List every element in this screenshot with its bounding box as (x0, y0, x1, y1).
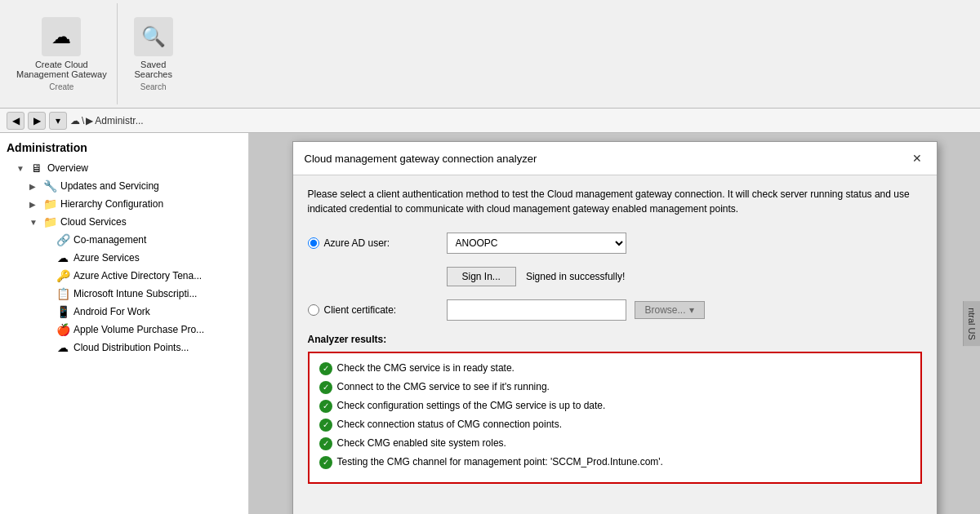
client-cert-radio[interactable] (308, 304, 319, 316)
sign-in-button[interactable]: Sign In... (447, 267, 516, 286)
expand-overview: ▼ (16, 164, 26, 173)
result-item-3: ✓ Check configuration settings of the CM… (319, 399, 911, 413)
sidebar-item-updates[interactable]: ▶ 🔧 Updates and Servicing (0, 177, 248, 195)
result-text-3: Check configuration settings of the CMG … (337, 399, 606, 413)
result-text-2: Connect to the CMG service to see if it'… (337, 380, 550, 394)
check-icon-6: ✓ (319, 456, 332, 469)
create-group-label: Create (49, 82, 74, 91)
result-item-2: ✓ Connect to the CMG service to see if i… (319, 380, 911, 394)
comanagement-icon: 🔗 (56, 233, 70, 246)
azure-ad-icon: 🔑 (56, 269, 70, 282)
sidebar-title: Administration (0, 136, 248, 159)
browse-label: Browse... (645, 304, 686, 316)
sidebar-item-overview[interactable]: ▼ 🖥 Overview (0, 159, 248, 177)
check-icon-5: ✓ (319, 437, 332, 450)
saved-searches-label[interactable]: Saved Searches (134, 60, 172, 79)
result-item-4: ✓ Check connection status of CMG connect… (319, 418, 911, 432)
browse-chevron-icon: ▾ (689, 304, 694, 316)
sidebar-item-azure-services[interactable]: ☁ Azure Services (0, 249, 248, 267)
client-cert-row: Client certificate: Browse... ▾ (308, 299, 922, 321)
check-icon-4: ✓ (319, 419, 332, 432)
dialog-overlay: Cloud management gateway connection anal… (249, 133, 980, 514)
forward-button[interactable]: ▶ (28, 112, 46, 130)
cloud-services-label: Cloud Services (60, 216, 127, 228)
azure-services-label: Azure Services (74, 252, 140, 264)
apple-icon: 🍎 (56, 323, 70, 336)
client-cert-label-text: Client certificate: (324, 304, 397, 316)
back-button[interactable]: ◀ (7, 112, 24, 130)
hierarchy-icon: 📁 (42, 197, 57, 210)
check-icon-1: ✓ (319, 362, 332, 375)
azure-ad-row: Azure AD user: ANOOPC (308, 233, 922, 254)
result-text-1: Check the CMG service is in ready state. (337, 361, 514, 375)
intune-label: Microsoft Intune Subscripti... (74, 288, 197, 299)
sign-in-row: Sign In... Signed in successfully! (447, 267, 922, 286)
overview-icon: 🖥 (29, 162, 44, 175)
cloud-dist-label: Cloud Distribution Points... (74, 342, 189, 353)
expand-hierarchy: ▶ (29, 200, 39, 209)
cloud-dist-icon: ☁ (56, 341, 70, 354)
azure-ad-label: Azure Active Directory Tena... (74, 270, 202, 281)
result-text-4: Check connection status of CMG connectio… (337, 418, 562, 432)
azure-services-icon: ☁ (56, 251, 70, 264)
dialog-description: Please select a client authentication me… (308, 187, 922, 216)
expand-updates: ▶ (29, 182, 39, 191)
client-cert-input[interactable] (447, 299, 626, 321)
azure-ad-label-text: Azure AD user: (324, 237, 390, 249)
nav-path: ☁ \ ▶ Administr... (70, 115, 144, 126)
sidebar: Administration ▼ 🖥 Overview ▶ 🔧 Updates … (0, 133, 249, 514)
sidebar-item-android[interactable]: 📱 Android For Work (0, 303, 248, 321)
sidebar-item-cloud-services[interactable]: ▼ 📁 Cloud Services (0, 213, 248, 231)
expand-cloud: ▼ (29, 218, 39, 227)
browse-button[interactable]: Browse... ▾ (635, 301, 705, 319)
hierarchy-label: Hierarchy Configuration (60, 198, 163, 210)
create-cloud-label[interactable]: Create Cloud Management Gateway (16, 60, 107, 79)
updates-label: Updates and Servicing (60, 180, 159, 192)
check-icon-3: ✓ (319, 400, 332, 413)
sidebar-item-intune[interactable]: 📋 Microsoft Intune Subscripti... (0, 285, 248, 303)
dialog-close-button[interactable]: ✕ (909, 150, 925, 166)
check-icon-2: ✓ (319, 381, 332, 394)
azure-ad-dropdown[interactable]: ANOOPC (447, 233, 626, 254)
result-text-6: Testing the CMG channel for management p… (337, 455, 663, 469)
azure-ad-radio[interactable] (308, 237, 319, 249)
create-cloud-icon[interactable]: ☁ (42, 17, 81, 56)
dialog-titlebar: Cloud management gateway connection anal… (293, 142, 937, 175)
intune-icon: 📋 (56, 287, 70, 300)
result-text-5: Check CMG enabled site system roles. (337, 436, 506, 450)
android-icon: 📱 (56, 305, 70, 318)
sidebar-item-comanagement[interactable]: 🔗 Co-management (0, 231, 248, 249)
nav-bar: ◀ ▶ ▾ ☁ \ ▶ Administr... (0, 109, 980, 133)
toolbar: ☁ Create Cloud Management Gateway Create… (0, 0, 980, 109)
nav-sep2: ▶ (86, 115, 93, 126)
sidebar-item-apple[interactable]: 🍎 Apple Volume Purchase Pro... (0, 321, 248, 339)
search-group: 🔍 Saved Searches Search (124, 3, 183, 104)
apple-label: Apple Volume Purchase Pro... (74, 324, 204, 335)
create-group: ☁ Create Cloud Management Gateway Create (7, 3, 118, 104)
nav-cloud-icon: ☁ (70, 115, 80, 126)
result-item-6: ✓ Testing the CMG channel for management… (319, 455, 911, 469)
updates-icon: 🔧 (42, 179, 57, 193)
dialog-title: Cloud management gateway connection anal… (305, 153, 537, 165)
saved-searches-icon[interactable]: 🔍 (134, 17, 173, 56)
sidebar-item-cloud-dist[interactable]: ☁ Cloud Distribution Points... (0, 339, 248, 357)
overview-label: Overview (47, 162, 88, 174)
signed-in-text: Signed in successfully! (526, 271, 625, 282)
client-cert-radio-label[interactable]: Client certificate: (308, 304, 439, 316)
dropdown-button[interactable]: ▾ (49, 112, 67, 130)
sidebar-item-azure-ad[interactable]: 🔑 Azure Active Directory Tena... (0, 267, 248, 285)
content-area: ntral US Cloud management gateway connec… (249, 133, 980, 514)
cloud-services-icon: 📁 (42, 215, 57, 228)
azure-ad-radio-label[interactable]: Azure AD user: (308, 237, 439, 249)
nav-sep1: \ (82, 115, 84, 126)
dialog: Cloud management gateway connection anal… (292, 141, 938, 514)
nav-path-text: Administr... (95, 115, 143, 126)
analyzer-results: ✓ Check the CMG service is in ready stat… (308, 352, 922, 484)
sidebar-item-hierarchy[interactable]: ▶ 📁 Hierarchy Configuration (0, 195, 248, 213)
result-item-5: ✓ Check CMG enabled site system roles. (319, 436, 911, 450)
android-label: Android For Work (74, 306, 150, 317)
dialog-body: Please select a client authentication me… (293, 175, 937, 495)
analyzer-label: Analyzer results: (308, 334, 922, 345)
comanagement-label: Co-management (74, 234, 146, 246)
result-item-1: ✓ Check the CMG service is in ready stat… (319, 361, 911, 375)
